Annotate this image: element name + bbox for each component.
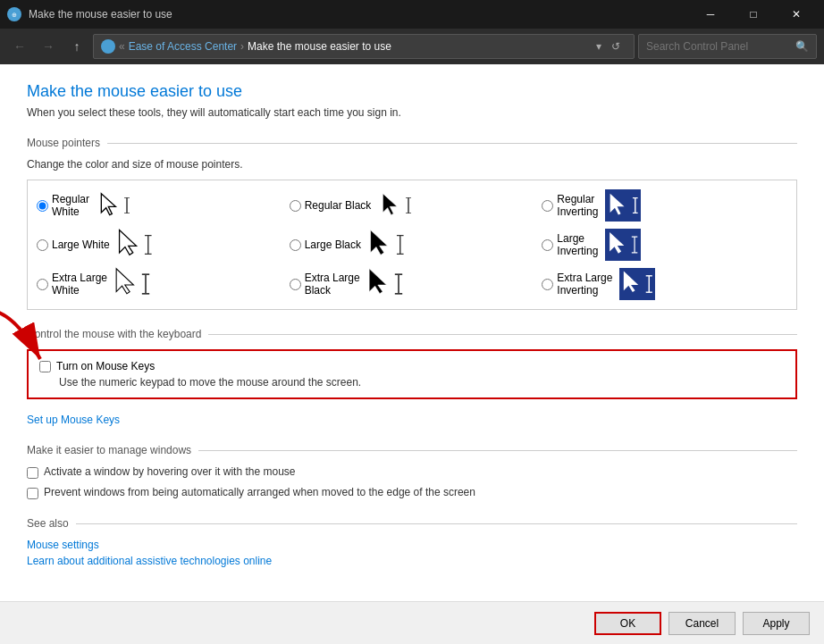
section-divider-2: [208, 334, 797, 335]
manage-windows-section: Make it easier to manage windows Activat…: [27, 444, 797, 499]
address-bar: « Ease of Access Center › Make the mouse…: [93, 34, 635, 59]
up-button[interactable]: ↑: [64, 34, 89, 59]
maximize-button[interactable]: □: [733, 0, 774, 29]
prevent-arrange-option: Prevent windows from being automatically…: [27, 486, 797, 499]
pointer-option-large-white: Large White: [37, 229, 282, 261]
section-divider-3: [198, 450, 797, 451]
radio-large-black[interactable]: [290, 239, 301, 251]
search-bar: 🔍: [638, 34, 817, 59]
prevent-arrange-checkbox[interactable]: [27, 488, 38, 499]
activate-window-option: Activate a window by hovering over it wi…: [27, 465, 797, 479]
apply-button[interactable]: Apply: [743, 612, 810, 635]
activate-window-label[interactable]: Activate a window by hovering over it wi…: [44, 465, 295, 478]
address-dropdown-button[interactable]: ▾: [596, 40, 601, 53]
radio-regular-white-label[interactable]: RegularWhite: [37, 193, 89, 218]
svg-marker-22: [610, 232, 625, 254]
minimize-button[interactable]: ─: [690, 0, 731, 29]
text-cursor-xlarge-black-icon: [394, 272, 403, 296]
radio-large-inverting-text: LargeInverting: [557, 232, 598, 257]
mouse-keys-checkbox[interactable]: [39, 361, 51, 372]
radio-regular-black-label[interactable]: Regular Black: [290, 199, 372, 212]
radio-large-inverting[interactable]: [542, 239, 553, 251]
cursor-preview-regular-white: [97, 189, 132, 222]
radio-large-white[interactable]: [37, 239, 48, 251]
radio-large-black-label[interactable]: Large Black: [290, 238, 361, 251]
radio-extra-large-black-label[interactable]: Extra LargeBlack: [290, 272, 360, 297]
pointer-option-extra-large-white: Extra LargeWhite: [37, 268, 282, 300]
cursor-preview-extra-large-black: [367, 268, 403, 300]
activate-window-checkbox[interactable]: [27, 467, 38, 479]
text-cursor-xlarge-white-icon: [141, 272, 150, 296]
text-cursor-large-invert-icon: [631, 235, 638, 255]
svg-marker-14: [119, 230, 136, 255]
ok-button[interactable]: OK: [594, 612, 661, 635]
address-icon: [101, 39, 115, 54]
page-title: Make the mouse easier to use: [27, 82, 797, 101]
breadcrumb-1[interactable]: Ease of Access Center: [129, 40, 237, 53]
see-also-label: See also: [27, 517, 76, 530]
cursor-preview-regular-inverting: [605, 189, 641, 222]
footer: OK Cancel Apply: [0, 601, 824, 644]
radio-large-white-text: Large White: [52, 238, 110, 251]
pointer-option-regular-white: RegularWhite: [37, 189, 282, 222]
radio-extra-large-inverting-text: Extra LargeInverting: [557, 272, 612, 297]
title-bar: ⊕ Make the mouse easier to use ─ □ ✕: [0, 0, 824, 29]
pointers-description: Change the color and size of mouse point…: [27, 158, 797, 171]
pointer-option-regular-inverting: RegularInverting: [542, 189, 787, 222]
radio-regular-inverting-label[interactable]: RegularInverting: [542, 193, 598, 218]
radio-large-white-label[interactable]: Large White: [37, 238, 110, 251]
svg-text:⊕: ⊕: [12, 12, 17, 18]
mouse-keys-checkbox-row: Turn on Mouse Keys: [39, 360, 785, 372]
mouse-keys-section: Control the mouse with the keyboard Turn…: [27, 328, 797, 426]
close-button[interactable]: ✕: [776, 0, 817, 29]
radio-large-black-text: Large Black: [305, 238, 361, 251]
radio-extra-large-white[interactable]: [37, 279, 48, 290]
svg-marker-18: [371, 230, 388, 255]
radio-regular-black-text: Regular Black: [305, 199, 372, 212]
mouse-keys-description: Use the numeric keypad to move the mouse…: [59, 376, 785, 389]
svg-marker-26: [116, 269, 133, 294]
section-divider-4: [76, 523, 797, 524]
cursor-preview-large-white: [117, 229, 153, 261]
radio-large-inverting-label[interactable]: LargeInverting: [542, 232, 598, 257]
see-also-section-header: See also: [27, 517, 797, 530]
cursor-preview-large-inverting: [605, 229, 641, 261]
prevent-arrange-label[interactable]: Prevent windows from being automatically…: [44, 486, 475, 498]
mouse-pointers-section-header: Mouse pointers: [27, 137, 797, 149]
cursor-preview-regular-black: [378, 189, 414, 222]
radio-regular-white-text: RegularWhite: [52, 193, 89, 218]
radio-extra-large-inverting-label[interactable]: Extra LargeInverting: [542, 272, 612, 297]
text-cursor-black-icon: [405, 197, 412, 213]
cursor-preview-extra-large-white: [114, 268, 150, 300]
page-subtitle: When you select these tools, they will a…: [27, 106, 797, 119]
manage-windows-label: Make it easier to manage windows: [27, 444, 198, 456]
search-icon: 🔍: [795, 40, 809, 53]
nav-bar: ← → ↑ « Ease of Access Center › Make the…: [0, 29, 824, 64]
svg-marker-30: [369, 269, 386, 294]
radio-regular-white[interactable]: [37, 200, 48, 212]
address-sep2: ›: [240, 40, 244, 53]
mouse-keys-checkbox-label[interactable]: Turn on Mouse Keys: [56, 360, 155, 372]
text-cursor-xlarge-invert-icon: [645, 272, 653, 296]
assistive-technologies-link[interactable]: Learn about additional assistive technol…: [27, 555, 797, 567]
radio-extra-large-white-label[interactable]: Extra LargeWhite: [37, 272, 107, 297]
radio-extra-large-white-text: Extra LargeWhite: [52, 272, 107, 297]
radio-extra-large-inverting[interactable]: [542, 279, 553, 290]
back-button[interactable]: ←: [7, 34, 32, 59]
cancel-button[interactable]: Cancel: [668, 612, 736, 635]
radio-regular-black[interactable]: [290, 200, 301, 212]
refresh-button[interactable]: ↺: [605, 36, 626, 57]
text-cursor-invert-icon: [632, 197, 639, 213]
radio-regular-inverting[interactable]: [542, 200, 553, 212]
pointer-option-extra-large-black: Extra LargeBlack: [290, 268, 535, 300]
mouse-keys-highlighted-box: Turn on Mouse Keys Use the numeric keypa…: [27, 349, 797, 399]
text-cursor-large-black-icon: [396, 235, 405, 255]
setup-mouse-keys-link[interactable]: Set up Mouse Keys: [27, 414, 120, 426]
pointer-option-extra-large-inverting: Extra LargeInverting: [542, 268, 787, 300]
mouse-keys-label: Control the mouse with the keyboard: [27, 328, 208, 340]
svg-marker-34: [624, 271, 638, 292]
forward-button[interactable]: →: [36, 34, 61, 59]
search-input[interactable]: [646, 40, 792, 53]
mouse-settings-link[interactable]: Mouse settings: [27, 539, 797, 551]
radio-extra-large-black[interactable]: [290, 279, 301, 290]
